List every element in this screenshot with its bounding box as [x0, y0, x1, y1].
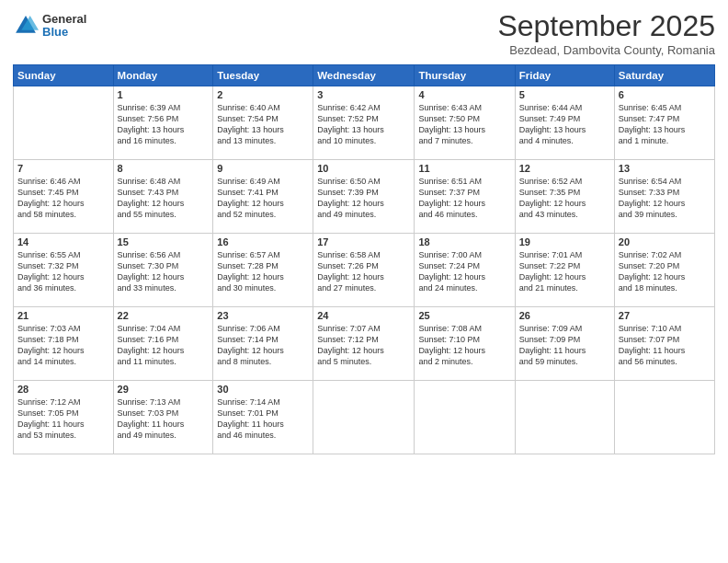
day-info: Sunrise: 7:14 AM Sunset: 7:01 PM Dayligh…: [217, 396, 309, 442]
day-info: Sunrise: 6:52 AM Sunset: 7:35 PM Dayligh…: [519, 176, 610, 221]
table-row: 9Sunrise: 6:49 AM Sunset: 7:41 PM Daylig…: [213, 160, 313, 234]
calendar-week-row: 21Sunrise: 7:03 AM Sunset: 7:18 PM Dayli…: [14, 307, 715, 381]
day-info: Sunrise: 7:01 AM Sunset: 7:22 PM Dayligh…: [519, 249, 610, 294]
table-row: 5Sunrise: 6:44 AM Sunset: 7:49 PM Daylig…: [515, 86, 614, 160]
table-row: 25Sunrise: 7:08 AM Sunset: 7:10 PM Dayli…: [415, 307, 515, 381]
logo: General Blue: [13, 13, 86, 40]
day-number: 8: [118, 163, 210, 174]
table-row: 29Sunrise: 7:13 AM Sunset: 7:03 PM Dayli…: [113, 381, 213, 454]
day-info: Sunrise: 6:42 AM Sunset: 7:52 PM Dayligh…: [317, 102, 410, 147]
table-row: 30Sunrise: 7:14 AM Sunset: 7:01 PM Dayli…: [213, 381, 313, 454]
day-number: 29: [118, 384, 210, 395]
calendar-header-row: Sunday Monday Tuesday Wednesday Thursday…: [14, 65, 715, 86]
day-info: Sunrise: 7:07 AM Sunset: 7:12 PM Dayligh…: [317, 323, 410, 368]
day-info: Sunrise: 6:56 AM Sunset: 7:30 PM Dayligh…: [118, 249, 210, 294]
table-row: 15Sunrise: 6:56 AM Sunset: 7:30 PM Dayli…: [113, 234, 213, 307]
day-info: Sunrise: 6:40 AM Sunset: 7:54 PM Dayligh…: [217, 102, 309, 147]
day-number: 6: [619, 89, 711, 100]
table-row: 1Sunrise: 6:39 AM Sunset: 7:56 PM Daylig…: [113, 86, 213, 160]
day-info: Sunrise: 6:39 AM Sunset: 7:56 PM Dayligh…: [118, 102, 210, 147]
col-tuesday: Tuesday: [213, 65, 313, 86]
table-row: 16Sunrise: 6:57 AM Sunset: 7:28 PM Dayli…: [213, 234, 313, 307]
table-row: 14Sunrise: 6:55 AM Sunset: 7:32 PM Dayli…: [14, 234, 114, 307]
table-row: [614, 381, 714, 454]
table-row: 8Sunrise: 6:48 AM Sunset: 7:43 PM Daylig…: [113, 160, 213, 234]
logo-blue-text: Blue: [42, 26, 86, 39]
day-info: Sunrise: 6:45 AM Sunset: 7:47 PM Dayligh…: [619, 102, 711, 147]
day-number: 27: [619, 310, 711, 321]
calendar-table: Sunday Monday Tuesday Wednesday Thursday…: [13, 64, 715, 454]
table-row: 17Sunrise: 6:58 AM Sunset: 7:26 PM Dayli…: [313, 234, 415, 307]
day-info: Sunrise: 6:51 AM Sunset: 7:37 PM Dayligh…: [418, 176, 510, 221]
table-row: 28Sunrise: 7:12 AM Sunset: 7:05 PM Dayli…: [14, 381, 114, 454]
table-row: 3Sunrise: 6:42 AM Sunset: 7:52 PM Daylig…: [313, 86, 415, 160]
day-info: Sunrise: 6:43 AM Sunset: 7:50 PM Dayligh…: [418, 102, 510, 147]
day-info: Sunrise: 7:04 AM Sunset: 7:16 PM Dayligh…: [118, 323, 210, 368]
table-row: 26Sunrise: 7:09 AM Sunset: 7:09 PM Dayli…: [515, 307, 614, 381]
day-number: 26: [519, 310, 610, 321]
table-row: 24Sunrise: 7:07 AM Sunset: 7:12 PM Dayli…: [313, 307, 415, 381]
day-info: Sunrise: 6:55 AM Sunset: 7:32 PM Dayligh…: [17, 249, 109, 294]
table-row: [313, 381, 415, 454]
day-number: 20: [619, 236, 711, 247]
page: General Blue September 2025 Bezdead, Dam…: [0, 0, 728, 563]
day-number: 2: [217, 89, 309, 100]
day-info: Sunrise: 7:06 AM Sunset: 7:14 PM Dayligh…: [217, 323, 309, 368]
table-row: 7Sunrise: 6:46 AM Sunset: 7:45 PM Daylig…: [14, 160, 114, 234]
table-row: [415, 381, 515, 454]
table-row: 4Sunrise: 6:43 AM Sunset: 7:50 PM Daylig…: [415, 86, 515, 160]
day-number: 3: [317, 89, 410, 100]
table-row: 2Sunrise: 6:40 AM Sunset: 7:54 PM Daylig…: [213, 86, 313, 160]
table-row: 20Sunrise: 7:02 AM Sunset: 7:20 PM Dayli…: [614, 234, 714, 307]
table-row: 11Sunrise: 6:51 AM Sunset: 7:37 PM Dayli…: [415, 160, 515, 234]
day-info: Sunrise: 6:48 AM Sunset: 7:43 PM Dayligh…: [118, 176, 210, 221]
day-number: 1: [118, 89, 210, 100]
day-number: 21: [17, 310, 109, 321]
day-number: 25: [418, 310, 510, 321]
table-row: [515, 381, 614, 454]
day-number: 30: [217, 384, 309, 395]
day-info: Sunrise: 7:12 AM Sunset: 7:05 PM Dayligh…: [17, 396, 109, 442]
table-row: 27Sunrise: 7:10 AM Sunset: 7:07 PM Dayli…: [614, 307, 714, 381]
calendar-week-row: 7Sunrise: 6:46 AM Sunset: 7:45 PM Daylig…: [14, 160, 715, 234]
calendar-week-row: 1Sunrise: 6:39 AM Sunset: 7:56 PM Daylig…: [14, 86, 715, 160]
day-number: 5: [519, 89, 610, 100]
day-info: Sunrise: 7:02 AM Sunset: 7:20 PM Dayligh…: [619, 249, 711, 294]
day-number: 9: [217, 163, 309, 174]
col-friday: Friday: [515, 65, 614, 86]
calendar-week-row: 14Sunrise: 6:55 AM Sunset: 7:32 PM Dayli…: [14, 234, 715, 307]
col-sunday: Sunday: [14, 65, 114, 86]
table-row: 22Sunrise: 7:04 AM Sunset: 7:16 PM Dayli…: [113, 307, 213, 381]
day-info: Sunrise: 6:57 AM Sunset: 7:28 PM Dayligh…: [217, 249, 309, 294]
day-info: Sunrise: 6:44 AM Sunset: 7:49 PM Dayligh…: [519, 102, 610, 147]
day-info: Sunrise: 7:00 AM Sunset: 7:24 PM Dayligh…: [418, 249, 510, 294]
logo-icon: [13, 13, 39, 39]
table-row: 23Sunrise: 7:06 AM Sunset: 7:14 PM Dayli…: [213, 307, 313, 381]
day-info: Sunrise: 7:10 AM Sunset: 7:07 PM Dayligh…: [619, 323, 711, 368]
day-number: 14: [17, 236, 109, 247]
day-number: 15: [118, 236, 210, 247]
day-number: 17: [317, 236, 410, 247]
day-number: 13: [619, 163, 711, 174]
table-row: 21Sunrise: 7:03 AM Sunset: 7:18 PM Dayli…: [14, 307, 114, 381]
day-number: 11: [418, 163, 510, 174]
day-info: Sunrise: 7:08 AM Sunset: 7:10 PM Dayligh…: [418, 323, 510, 368]
table-row: 18Sunrise: 7:00 AM Sunset: 7:24 PM Dayli…: [415, 234, 515, 307]
day-number: 24: [317, 310, 410, 321]
day-info: Sunrise: 6:58 AM Sunset: 7:26 PM Dayligh…: [317, 249, 410, 294]
table-row: 19Sunrise: 7:01 AM Sunset: 7:22 PM Dayli…: [515, 234, 614, 307]
day-number: 23: [217, 310, 309, 321]
day-info: Sunrise: 7:03 AM Sunset: 7:18 PM Dayligh…: [17, 323, 109, 368]
day-number: 10: [317, 163, 410, 174]
day-info: Sunrise: 6:49 AM Sunset: 7:41 PM Dayligh…: [217, 176, 309, 221]
day-number: 16: [217, 236, 309, 247]
subtitle: Bezdead, Dambovita County, Romania: [497, 43, 715, 57]
col-thursday: Thursday: [415, 65, 515, 86]
day-number: 28: [17, 384, 109, 395]
table-row: [14, 86, 114, 160]
day-number: 19: [519, 236, 610, 247]
table-row: 10Sunrise: 6:50 AM Sunset: 7:39 PM Dayli…: [313, 160, 415, 234]
calendar-week-row: 28Sunrise: 7:12 AM Sunset: 7:05 PM Dayli…: [14, 381, 715, 454]
day-info: Sunrise: 7:13 AM Sunset: 7:03 PM Dayligh…: [118, 396, 210, 442]
header: General Blue September 2025 Bezdead, Dam…: [13, 9, 715, 57]
